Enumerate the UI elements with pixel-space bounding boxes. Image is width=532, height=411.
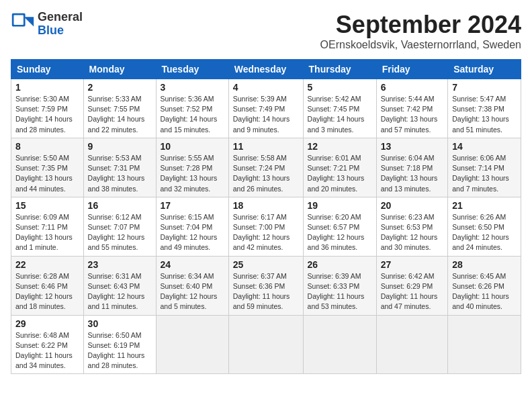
day-number: 1 (15, 82, 79, 93)
calendar-day-cell: 9 Sunrise: 5:53 AM Sunset: 7:31 PM Dayli… (83, 138, 156, 197)
day-number: 12 (308, 141, 372, 152)
calendar-day-cell (156, 315, 228, 374)
calendar-day-cell: 27 Sunrise: 6:42 AM Sunset: 6:29 PM Dayl… (376, 256, 448, 315)
title-block: September 2024 OErnskoeldsvik, Vaesterno… (320, 11, 521, 51)
calendar-day-cell: 5 Sunrise: 5:42 AM Sunset: 7:45 PM Dayli… (303, 79, 376, 138)
calendar-day-cell: 10 Sunrise: 5:55 AM Sunset: 7:28 PM Dayl… (156, 138, 228, 197)
logo-blue: Blue (38, 24, 64, 37)
day-number: 3 (161, 82, 224, 93)
calendar-week-row: 22 Sunrise: 6:28 AM Sunset: 6:46 PM Dayl… (11, 256, 521, 315)
calendar-day-cell: 16 Sunrise: 6:12 AM Sunset: 7:07 PM Dayl… (83, 197, 156, 256)
day-info: Sunrise: 6:45 AM Sunset: 6:26 PM Dayligh… (452, 271, 517, 312)
col-wednesday: Wednesday (228, 60, 303, 79)
day-number: 13 (381, 141, 444, 152)
calendar-day-cell (376, 315, 448, 374)
day-info: Sunrise: 5:44 AM Sunset: 7:42 PM Dayligh… (381, 94, 444, 135)
day-info: Sunrise: 6:37 AM Sunset: 6:36 PM Dayligh… (233, 271, 299, 312)
col-sunday: Sunday (11, 60, 84, 79)
calendar-day-cell: 23 Sunrise: 6:31 AM Sunset: 6:43 PM Dayl… (83, 256, 156, 315)
calendar-day-cell: 18 Sunrise: 6:17 AM Sunset: 7:00 PM Dayl… (228, 197, 303, 256)
day-number: 16 (88, 200, 152, 211)
day-number: 25 (233, 259, 299, 270)
day-info: Sunrise: 6:04 AM Sunset: 7:18 PM Dayligh… (381, 153, 444, 194)
day-number: 6 (381, 82, 444, 93)
calendar-header-row: Sunday Monday Tuesday Wednesday Thursday… (11, 60, 521, 79)
calendar-day-cell (228, 315, 303, 374)
day-info: Sunrise: 5:39 AM Sunset: 7:49 PM Dayligh… (233, 94, 299, 135)
calendar-day-cell: 29 Sunrise: 6:48 AM Sunset: 6:22 PM Dayl… (11, 315, 84, 374)
location-title: OErnskoeldsvik, Vaesternorrland, Sweden (320, 39, 521, 51)
day-number: 2 (88, 82, 152, 93)
day-number: 23 (88, 259, 152, 270)
calendar-day-cell (303, 315, 376, 374)
day-number: 20 (381, 200, 444, 211)
day-info: Sunrise: 6:28 AM Sunset: 6:46 PM Dayligh… (15, 271, 79, 312)
calendar-day-cell: 25 Sunrise: 6:37 AM Sunset: 6:36 PM Dayl… (228, 256, 303, 315)
day-number: 24 (161, 259, 224, 270)
day-info: Sunrise: 5:30 AM Sunset: 7:59 PM Dayligh… (15, 94, 79, 135)
calendar-day-cell: 1 Sunrise: 5:30 AM Sunset: 7:59 PM Dayli… (11, 79, 84, 138)
day-info: Sunrise: 5:33 AM Sunset: 7:55 PM Dayligh… (88, 94, 152, 135)
day-number: 8 (15, 141, 79, 152)
day-info: Sunrise: 5:53 AM Sunset: 7:31 PM Dayligh… (88, 153, 152, 194)
day-info: Sunrise: 6:42 AM Sunset: 6:29 PM Dayligh… (381, 271, 444, 312)
calendar-day-cell: 13 Sunrise: 6:04 AM Sunset: 7:18 PM Dayl… (376, 138, 448, 197)
logo-general: General (38, 10, 83, 24)
calendar-day-cell: 6 Sunrise: 5:44 AM Sunset: 7:42 PM Dayli… (376, 79, 448, 138)
calendar-day-cell: 8 Sunrise: 5:50 AM Sunset: 7:35 PM Dayli… (11, 138, 84, 197)
day-info: Sunrise: 5:42 AM Sunset: 7:45 PM Dayligh… (308, 94, 372, 135)
calendar-day-cell: 7 Sunrise: 5:47 AM Sunset: 7:38 PM Dayli… (448, 79, 521, 138)
calendar-day-cell: 12 Sunrise: 6:01 AM Sunset: 7:21 PM Dayl… (303, 138, 376, 197)
calendar-day-cell: 28 Sunrise: 6:45 AM Sunset: 6:26 PM Dayl… (448, 256, 521, 315)
day-number: 4 (233, 82, 299, 93)
day-info: Sunrise: 5:47 AM Sunset: 7:38 PM Dayligh… (452, 94, 517, 135)
calendar-day-cell: 15 Sunrise: 6:09 AM Sunset: 7:11 PM Dayl… (11, 197, 84, 256)
day-number: 10 (161, 141, 224, 152)
general-blue-logo-icon (11, 12, 35, 36)
day-number: 28 (452, 259, 517, 270)
logo: General Blue (11, 11, 83, 38)
calendar-day-cell: 24 Sunrise: 6:34 AM Sunset: 6:40 PM Dayl… (156, 256, 228, 315)
day-number: 29 (15, 318, 79, 329)
day-info: Sunrise: 6:17 AM Sunset: 7:00 PM Dayligh… (233, 212, 299, 253)
calendar-day-cell: 26 Sunrise: 6:39 AM Sunset: 6:33 PM Dayl… (303, 256, 376, 315)
day-number: 15 (15, 200, 79, 211)
day-number: 27 (381, 259, 444, 270)
calendar-day-cell: 21 Sunrise: 6:26 AM Sunset: 6:50 PM Dayl… (448, 197, 521, 256)
calendar-day-cell: 3 Sunrise: 5:36 AM Sunset: 7:52 PM Dayli… (156, 79, 228, 138)
day-info: Sunrise: 6:26 AM Sunset: 6:50 PM Dayligh… (452, 212, 517, 253)
day-number: 17 (161, 200, 224, 211)
page-header: General Blue September 2024 OErnskoeldsv… (11, 11, 521, 51)
calendar-table: Sunday Monday Tuesday Wednesday Thursday… (11, 59, 521, 374)
col-monday: Monday (83, 60, 156, 79)
day-info: Sunrise: 6:34 AM Sunset: 6:40 PM Dayligh… (161, 271, 224, 312)
calendar-day-cell: 2 Sunrise: 5:33 AM Sunset: 7:55 PM Dayli… (83, 79, 156, 138)
day-info: Sunrise: 6:31 AM Sunset: 6:43 PM Dayligh… (88, 271, 152, 312)
col-friday: Friday (376, 60, 448, 79)
calendar-day-cell: 22 Sunrise: 6:28 AM Sunset: 6:46 PM Dayl… (11, 256, 84, 315)
calendar-day-cell: 19 Sunrise: 6:20 AM Sunset: 6:57 PM Dayl… (303, 197, 376, 256)
day-number: 19 (308, 200, 372, 211)
day-info: Sunrise: 5:55 AM Sunset: 7:28 PM Dayligh… (161, 153, 224, 194)
day-number: 22 (15, 259, 79, 270)
calendar-day-cell: 20 Sunrise: 6:23 AM Sunset: 6:53 PM Dayl… (376, 197, 448, 256)
calendar-day-cell: 14 Sunrise: 6:06 AM Sunset: 7:14 PM Dayl… (448, 138, 521, 197)
calendar-day-cell: 4 Sunrise: 5:39 AM Sunset: 7:49 PM Dayli… (228, 79, 303, 138)
day-number: 18 (233, 200, 299, 211)
day-info: Sunrise: 6:06 AM Sunset: 7:14 PM Dayligh… (452, 153, 517, 194)
col-tuesday: Tuesday (156, 60, 228, 79)
day-info: Sunrise: 6:23 AM Sunset: 6:53 PM Dayligh… (381, 212, 444, 253)
col-thursday: Thursday (303, 60, 376, 79)
day-number: 9 (88, 141, 152, 152)
calendar-day-cell: 30 Sunrise: 6:50 AM Sunset: 6:19 PM Dayl… (83, 315, 156, 374)
day-number: 7 (452, 82, 517, 93)
day-info: Sunrise: 6:01 AM Sunset: 7:21 PM Dayligh… (308, 153, 372, 194)
logo-text: General Blue (38, 11, 83, 38)
day-info: Sunrise: 6:15 AM Sunset: 7:04 PM Dayligh… (161, 212, 224, 253)
calendar-day-cell: 11 Sunrise: 5:58 AM Sunset: 7:24 PM Dayl… (228, 138, 303, 197)
day-number: 30 (88, 318, 152, 329)
month-title: September 2024 (320, 11, 521, 39)
day-info: Sunrise: 6:12 AM Sunset: 7:07 PM Dayligh… (88, 212, 152, 253)
day-number: 11 (233, 141, 299, 152)
day-info: Sunrise: 5:58 AM Sunset: 7:24 PM Dayligh… (233, 153, 299, 194)
